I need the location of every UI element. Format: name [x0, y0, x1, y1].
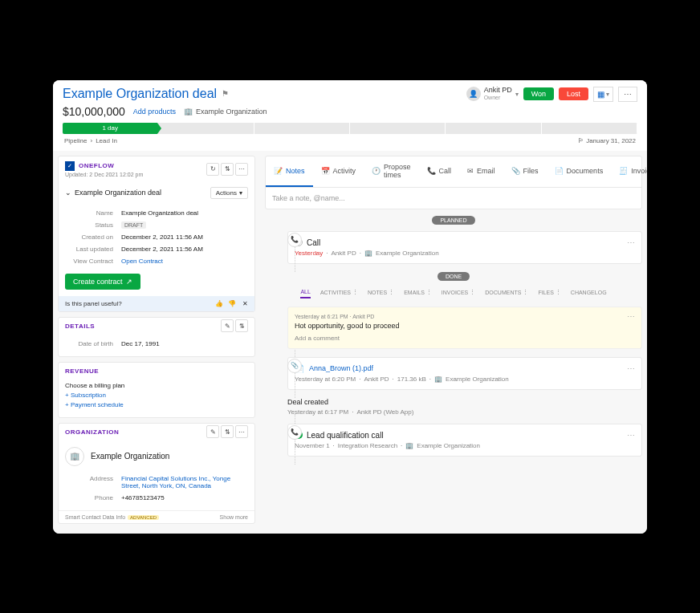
clip-icon: 📎: [287, 359, 302, 373]
edit-icon[interactable]: ✎: [221, 319, 234, 332]
tab-call[interactable]: 📞Call: [419, 156, 460, 187]
activity-date: November 1: [295, 442, 330, 449]
field-label: Last updated: [65, 246, 113, 253]
collapse-icon[interactable]: ⇅: [221, 425, 234, 438]
filter-activities[interactable]: ACTIVITIES ⋮: [320, 289, 358, 298]
filter-emails[interactable]: EMAILS ⋮: [404, 289, 432, 298]
more-icon[interactable]: ⋯: [627, 364, 635, 373]
tab-email[interactable]: ✉Email: [459, 156, 503, 187]
activity-title[interactable]: Lead qualification call: [307, 431, 384, 440]
filter-tabs: ALL ACTIVITIES ⋮ NOTES ⋮ EMAILS ⋮ INVOIC…: [265, 289, 642, 298]
note-text: Hot opportunity, good to proceed: [295, 322, 635, 330]
stage-4[interactable]: [350, 123, 446, 134]
file-org: Example Organization: [446, 376, 509, 383]
tag-icon[interactable]: ⚑: [222, 89, 229, 98]
crumb-pipeline[interactable]: Pipeline: [64, 137, 87, 144]
org-phone: +46785123475: [121, 494, 165, 501]
clock-icon: 🕐: [372, 167, 381, 175]
building-icon: 🏢: [434, 376, 442, 383]
tab-activity[interactable]: 📅Activity: [313, 156, 364, 187]
add-products-link[interactable]: Add products: [133, 108, 176, 116]
edit-icon[interactable]: ✎: [206, 425, 219, 438]
add-subscription-link[interactable]: + Subscription: [65, 392, 248, 399]
oneflow-deal-name: Example Organization deal: [75, 189, 161, 197]
external-icon: ↗: [126, 278, 132, 286]
more-icon[interactable]: ⋯: [627, 238, 635, 247]
lost-button[interactable]: Lost: [559, 87, 588, 100]
field-label: Date of birth: [65, 340, 113, 347]
activity-date: Yesterday: [295, 250, 323, 257]
more-menu[interactable]: ⋯: [618, 87, 637, 102]
collapse-icon[interactable]: ⇅: [221, 163, 234, 176]
note-icon: 📝: [274, 167, 283, 175]
activity-title[interactable]: Call: [307, 238, 320, 247]
stage-5[interactable]: [446, 123, 541, 134]
tab-notes[interactable]: 📝Notes: [266, 156, 313, 187]
file-user: Ankit PD: [364, 376, 389, 383]
field-label: View Contract: [65, 258, 113, 265]
oneflow-title: ONEFLOW: [79, 162, 114, 169]
avatar: 👤: [466, 87, 481, 101]
field-label: Name: [65, 209, 113, 217]
field-value: December 2, 2021 11:56 AM: [121, 233, 203, 241]
add-payment-link[interactable]: + Payment schedule: [65, 401, 248, 408]
filter-invoices[interactable]: INVOICES ⋮: [442, 289, 475, 298]
stage-6[interactable]: [542, 123, 637, 134]
filter-documents[interactable]: DOCUMENTS ⋮: [485, 289, 528, 298]
activity-org: Example Organization: [417, 442, 480, 449]
org-link[interactable]: 🏢Example Organization: [184, 108, 267, 116]
close-icon[interactable]: ✕: [242, 300, 248, 307]
open-contract-link[interactable]: Open Contract: [121, 258, 163, 265]
expected-close-date[interactable]: 🏳 January 31, 2022: [578, 137, 636, 144]
field-value: Dec 17, 1991: [121, 340, 160, 347]
collapse-icon[interactable]: ⇅: [235, 319, 248, 332]
tab-propose[interactable]: 🕐Propose times: [364, 156, 419, 187]
activity-user: Integration Research: [338, 442, 397, 449]
note-input[interactable]: Take a note, @name...: [266, 188, 641, 209]
chevron-down-icon: ▾: [515, 91, 519, 98]
thumbs-down-icon[interactable]: 👎: [228, 300, 236, 307]
view-toggle[interactable]: ▦▾: [593, 87, 613, 102]
tab-documents[interactable]: 📄Documents: [547, 156, 612, 187]
field-label: Created on: [65, 233, 113, 241]
more-icon[interactable]: ⋯: [627, 431, 635, 440]
filter-notes[interactable]: NOTES ⋮: [368, 289, 394, 298]
doc-icon: 📄: [555, 167, 564, 175]
create-contract-button[interactable]: Create contract↗: [65, 274, 140, 290]
field-label: Status: [65, 221, 113, 229]
oneflow-logo: ✓: [65, 161, 75, 171]
stage-2[interactable]: [158, 123, 254, 134]
add-comment-link[interactable]: Add a comment: [295, 330, 635, 342]
owner-selector[interactable]: 👤 Ankit PD Owner ▾: [466, 87, 519, 101]
more-icon[interactable]: ⋯: [235, 425, 248, 438]
filter-changelog[interactable]: CHANGELOG: [571, 289, 607, 298]
stage-3[interactable]: [254, 123, 350, 134]
more-icon[interactable]: ⋯: [627, 312, 635, 321]
show-more-link[interactable]: Show more: [220, 514, 248, 520]
building-icon: 🏢: [184, 108, 193, 116]
tab-invoice[interactable]: 🧾Invoice: [611, 156, 647, 187]
stage-1[interactable]: 1 day: [63, 123, 158, 134]
field-value: Example Organization deal: [121, 209, 198, 217]
activity-org: Example Organization: [376, 250, 439, 257]
file-link[interactable]: Anna_Brown (1).pdf: [309, 364, 373, 372]
building-icon: 🏢: [405, 442, 413, 449]
feedback-label: Is this panel useful?: [65, 300, 122, 307]
refresh-icon[interactable]: ↻: [206, 163, 219, 176]
thumbs-up-icon[interactable]: 👍: [215, 300, 223, 307]
pipeline-stages[interactable]: 1 day: [63, 123, 637, 134]
deal-created-label: Deal created: [287, 398, 642, 406]
expand-deal-toggle[interactable]: ⌄Example Organization deal: [65, 189, 161, 197]
actions-dropdown[interactable]: Actions▾: [210, 187, 248, 199]
won-button[interactable]: Won: [523, 87, 554, 100]
org-name[interactable]: Example Organization: [91, 452, 169, 461]
more-icon[interactable]: ⋯: [235, 163, 248, 176]
filter-files[interactable]: FILES ⋮: [538, 289, 560, 298]
org-address[interactable]: Financial Capital Solutions Inc., Yonge …: [121, 475, 242, 489]
phone-icon: 📞: [287, 233, 302, 247]
crumb-stage[interactable]: Lead In: [96, 137, 117, 144]
filter-all[interactable]: ALL: [300, 289, 310, 298]
field-value: December 2, 2021 11:56 AM: [121, 246, 203, 253]
tab-files[interactable]: 📎Files: [503, 156, 547, 187]
deal-title[interactable]: Example Organization deal: [63, 87, 217, 101]
